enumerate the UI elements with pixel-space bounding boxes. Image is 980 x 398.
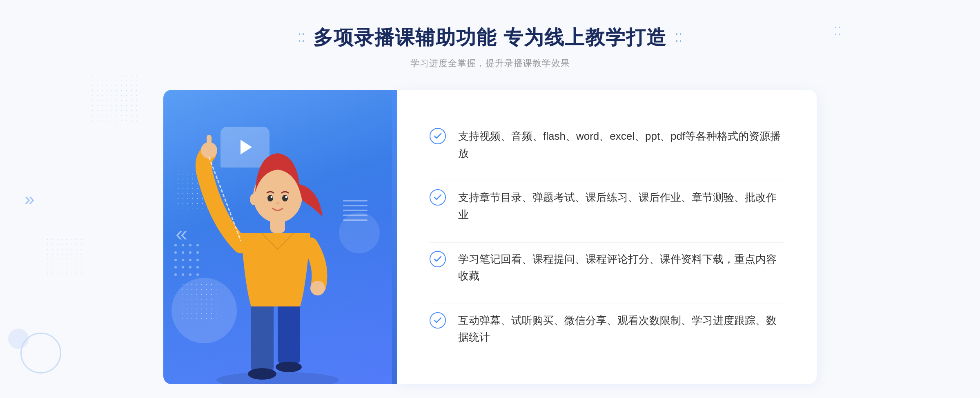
feature-item-4: 互动弹幕、试听购买、微信分享、观看次数限制、学习进度跟踪、数据统计	[430, 304, 784, 354]
feature-text-2: 支持章节目录、弹题考试、课后练习、课后作业、章节测验、批改作业	[458, 189, 784, 223]
svg-point-28	[174, 266, 177, 268]
svg-point-13	[285, 196, 287, 198]
feature-item-2: 支持章节目录、弹题考试、课后练习、课后作业、章节测验、批改作业	[430, 181, 784, 231]
left-illustration-card: «	[163, 90, 392, 384]
svg-point-14	[250, 194, 258, 205]
svg-point-32	[174, 273, 177, 276]
svg-point-24	[174, 259, 177, 261]
svg-point-19	[196, 244, 199, 246]
svg-point-29	[182, 266, 184, 268]
deco-small-circle	[8, 329, 29, 349]
check-svg-2	[433, 192, 443, 202]
left-chevron-outer: »	[24, 189, 34, 209]
svg-point-33	[182, 273, 184, 276]
svg-point-10	[267, 195, 273, 201]
check-icon-3	[430, 251, 446, 267]
dots-decoration-bottom-left	[45, 237, 86, 278]
svg-point-3	[248, 368, 276, 380]
svg-rect-2	[278, 302, 300, 364]
svg-rect-1	[251, 302, 274, 372]
feature-text-1: 支持视频、音频、flash、word、excel、ppt、pdf等各种格式的资源…	[458, 128, 784, 162]
svg-point-18	[189, 244, 192, 246]
svg-point-20	[174, 251, 177, 254]
feature-item-3: 学习笔记回看、课程提问、课程评论打分、课件资料下载，重点内容收藏	[430, 242, 784, 293]
svg-point-26	[189, 259, 192, 261]
svg-point-25	[182, 259, 184, 261]
right-features-card: 支持视频、音频、flash、word、excel、ppt、pdf等各种格式的资源…	[397, 90, 817, 384]
svg-text:«: «	[176, 222, 187, 246]
dots-icon-left: ⁚⁚	[298, 31, 305, 45]
dots-decoration-top-left	[90, 74, 139, 123]
feature-text-3: 学习笔记回看、课程提问、课程评论打分、课件资料下载，重点内容收藏	[458, 251, 784, 285]
vertical-separator	[392, 90, 397, 384]
check-svg-1	[433, 131, 443, 141]
svg-point-21	[182, 251, 184, 254]
svg-point-31	[196, 266, 199, 268]
svg-point-4	[276, 362, 302, 372]
svg-point-0	[216, 372, 339, 384]
page-subtitle: 学习进度全掌握，提升录播课教学效果	[298, 57, 682, 69]
dots-icon-right-title: ⁚⁚	[675, 31, 682, 45]
svg-point-22	[189, 251, 192, 254]
page-wrapper: ⁚⁚ ⁚⁚ 多项录播课辅助功能 专为线上教学打造 ⁚⁚ 学习进度全掌握，提升录播…	[0, 0, 980, 398]
feature-text-4: 互动弹幕、试听购买、微信分享、观看次数限制、学习进度跟踪、数据统计	[458, 312, 784, 346]
dots-icon-right: ⁚⁚	[834, 25, 841, 38]
page-title: 多项录播课辅助功能 专为线上教学打造	[313, 25, 666, 51]
check-icon-1	[430, 128, 446, 144]
svg-point-35	[196, 273, 199, 276]
svg-point-34	[189, 273, 192, 276]
svg-point-12	[271, 196, 273, 198]
svg-point-11	[282, 195, 288, 201]
check-icon-4	[430, 312, 446, 329]
svg-rect-6	[207, 135, 212, 151]
svg-point-23	[196, 251, 199, 254]
main-content: « 支持视频、音频、flash、word、excel、ppt、pdf等各种格式的…	[163, 90, 817, 384]
title-row: ⁚⁚ 多项录播课辅助功能 专为线上教学打造 ⁚⁚	[298, 25, 682, 51]
check-icon-2	[430, 189, 446, 206]
svg-point-30	[189, 266, 192, 268]
feature-item-1: 支持视频、音频、flash、word、excel、ppt、pdf等各种格式的资源…	[430, 120, 784, 170]
check-svg-4	[433, 315, 443, 325]
check-svg-3	[433, 254, 443, 264]
page-header: ⁚⁚ 多项录播课辅助功能 专为线上教学打造 ⁚⁚ 学习进度全掌握，提升录播课教学…	[298, 25, 682, 69]
svg-point-7	[310, 281, 325, 295]
person-illustration: «	[163, 90, 392, 384]
svg-point-27	[196, 259, 199, 261]
